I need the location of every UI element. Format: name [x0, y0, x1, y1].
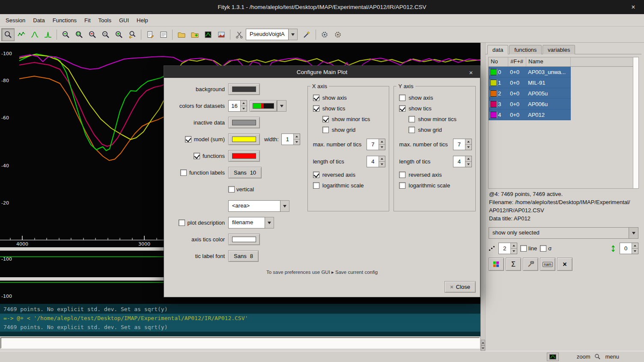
x-show-minor-checkbox[interactable] — [322, 116, 329, 122]
y-show-minor-tics[interactable]: show minor tics — [408, 116, 474, 122]
vertical-toggle[interactable]: vertical — [228, 186, 254, 193]
x-reversed-axis[interactable]: reversed axis — [313, 172, 388, 178]
chevron-down-icon[interactable] — [629, 227, 638, 239]
window-close-icon[interactable]: × — [629, 3, 638, 12]
open-data-button[interactable] — [175, 28, 188, 41]
inactive-color-button[interactable] — [228, 117, 260, 128]
x-log-scale[interactable]: logarithmic scale — [313, 182, 388, 189]
chevron-down-icon[interactable] — [265, 217, 274, 228]
tab-functions[interactable]: functions — [509, 45, 542, 54]
spinner-arrows[interactable] — [293, 134, 300, 145]
x-show-grid-checkbox[interactable] — [322, 127, 329, 133]
plot-description-combo[interactable]: filename — [228, 217, 274, 228]
add-peak-mode-button[interactable] — [28, 28, 41, 41]
y-max-tics-spinner[interactable]: 7 — [453, 139, 472, 150]
table-row[interactable]: 3 0+0 AP006u — [489, 99, 571, 110]
zoom-all-button[interactable] — [99, 28, 112, 41]
functions-color-button[interactable] — [228, 150, 260, 162]
x-log-checkbox[interactable] — [313, 182, 319, 189]
plot-config-button[interactable] — [547, 353, 559, 361]
x-show-tics-checkbox[interactable] — [313, 105, 319, 112]
execute-script-button[interactable] — [318, 28, 331, 41]
delete-dataset-button[interactable]: × — [557, 258, 572, 271]
zoom-mode-button[interactable] — [1, 28, 15, 41]
sum-button[interactable]: Σ — [506, 258, 521, 271]
table-row[interactable]: 4 0+0 AP012 — [489, 110, 571, 120]
spinner-arrows[interactable] — [240, 101, 247, 111]
menu-fit[interactable]: Fit — [80, 15, 94, 26]
scroll-down-icon[interactable] — [481, 345, 485, 351]
label-format-combo[interactable]: <area> — [228, 200, 289, 212]
model-color-button[interactable] — [228, 134, 260, 145]
tab-variables[interactable]: variables — [543, 45, 575, 54]
append-data-button[interactable] — [188, 28, 201, 41]
new-script-button[interactable] — [143, 28, 157, 41]
menu-label[interactable]: menu — [605, 353, 619, 360]
dialog-close-icon[interactable]: × — [466, 68, 476, 77]
y-show-grid-checkbox[interactable] — [408, 127, 415, 133]
y-show-tics-checkbox[interactable] — [399, 105, 405, 112]
define-function-button[interactable] — [300, 28, 313, 41]
y-show-axis-checkbox[interactable] — [399, 95, 405, 101]
dataset-colors-button[interactable] — [489, 258, 504, 271]
view-log-button[interactable] — [157, 28, 170, 41]
x-show-grid[interactable]: show grid — [322, 127, 388, 133]
function-labels-font-button[interactable]: Sans 10 — [228, 167, 262, 178]
sigma-checkbox[interactable] — [540, 245, 546, 252]
data-filter-combo[interactable]: show only selected — [489, 227, 638, 239]
dataset-palette-dropdown[interactable] — [277, 100, 286, 112]
function-labels-checkbox[interactable] — [180, 169, 187, 176]
dataset-count-spinner[interactable]: 16 — [228, 100, 247, 112]
zoom-previous-button[interactable] — [125, 28, 139, 41]
y-show-tics[interactable]: show tics — [399, 105, 474, 112]
run-fit-button[interactable] — [331, 28, 345, 41]
y-show-axis[interactable]: show axis — [399, 95, 474, 101]
menu-help[interactable]: Help — [133, 15, 152, 26]
spinner-arrows[interactable] — [632, 243, 638, 254]
x-show-minor-tics[interactable]: show minor tics — [322, 116, 388, 122]
column-header-no[interactable]: No — [489, 57, 508, 66]
zoom-x-button[interactable] — [59, 28, 72, 41]
close-button[interactable]: × Close — [444, 281, 476, 293]
tic-label-font-button[interactable]: Sans 8 — [228, 250, 259, 262]
spinner-arrows[interactable] — [465, 139, 471, 150]
y-log-checkbox[interactable] — [399, 182, 405, 189]
rename-button[interactable]: nam — [540, 258, 555, 271]
y-reversed-checkbox[interactable] — [399, 172, 405, 178]
line-checkbox[interactable] — [520, 245, 527, 252]
apply-function-button[interactable] — [523, 258, 538, 271]
x-tic-length-spinner[interactable]: 4 — [367, 156, 385, 167]
menu-functions[interactable]: Functions — [49, 15, 80, 26]
menu-tools[interactable]: Tools — [95, 15, 115, 26]
command-input[interactable] — [0, 337, 480, 349]
table-row[interactable]: 1 0+0 MIL-91 — [489, 77, 571, 88]
data-range-mode-button[interactable] — [15, 28, 28, 41]
y-show-grid[interactable]: show grid — [408, 127, 474, 133]
y-shift-spinner[interactable]: 0 — [620, 243, 638, 254]
add-sharp-peak-mode-button[interactable] — [41, 28, 54, 41]
table-scrollbar[interactable] — [633, 57, 638, 188]
zoom-history-icon[interactable] — [594, 353, 601, 360]
vertical-scrollbar[interactable] — [480, 43, 485, 351]
scroll-up-icon[interactable] — [481, 340, 485, 345]
save-image-button[interactable] — [215, 28, 228, 41]
spinner-arrows[interactable] — [510, 243, 517, 254]
y-log-scale[interactable]: logarithmic scale — [399, 182, 474, 189]
zoom-label[interactable]: zoom — [577, 353, 590, 360]
table-row[interactable]: 2 0+0 AP005u — [489, 88, 571, 99]
point-size-spinner[interactable]: 2 — [498, 243, 517, 254]
dataset-gradient-button[interactable] — [250, 100, 277, 112]
background-color-button[interactable] — [228, 83, 260, 95]
x-reversed-checkbox[interactable] — [313, 172, 319, 178]
y-reversed-axis[interactable]: reversed axis — [399, 172, 474, 178]
peak-type-combo[interactable]: PseudoVoigtA — [246, 29, 298, 40]
width-spinner[interactable]: 1 — [281, 134, 300, 145]
plot-description-checkbox[interactable] — [179, 220, 185, 226]
scrollbar-track[interactable] — [481, 43, 485, 340]
vertical-checkbox[interactable] — [228, 186, 235, 193]
chevron-down-icon[interactable] — [280, 200, 289, 212]
table-row[interactable]: 0 0+0 AP003_unwa... — [489, 67, 571, 77]
zoom-box-button[interactable] — [72, 28, 86, 41]
line-toggle[interactable]: line — [520, 245, 537, 252]
menu-data[interactable]: Data — [29, 15, 48, 26]
